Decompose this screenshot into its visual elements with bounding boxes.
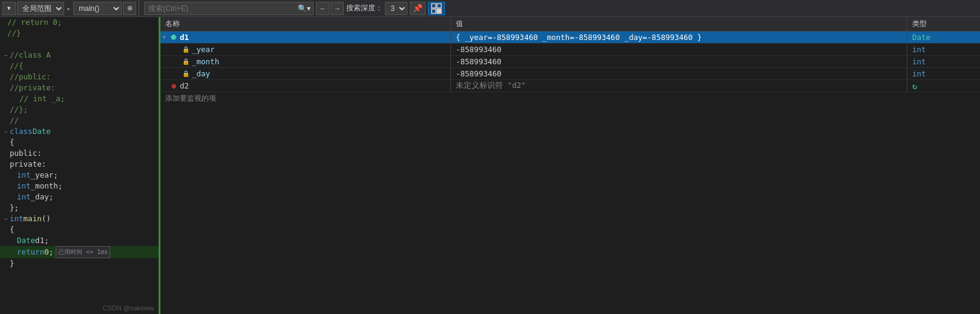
code-keyword: int [17,170,31,181]
code-content: // return 0; //} − //class A //{ //publi… [0,17,159,269]
watch-grid-icon [431,3,442,14]
code-line: public: [0,148,159,159]
code-text: // return 0; [7,17,62,28]
watch-cell-type-d1: Date [907,32,980,43]
search-btn[interactable]: 🔍▾ [295,4,313,13]
code-keyword: int [10,213,24,224]
watch-col-value-header: 值 [451,17,907,31]
code-line: private: [0,159,159,170]
watch-name-day: _day [192,69,210,78]
code-line: Date d1; [0,235,159,246]
svg-rect-0 [432,4,436,8]
code-line [0,39,159,50]
svg-rect-3 [437,9,441,13]
watch-cell-value-d1: { _year=-858993460 _month=-858993460 _da… [451,32,907,43]
search-input[interactable] [145,4,295,13]
nav-next-btn[interactable]: → [331,2,344,15]
code-text: //{ [10,61,24,72]
scope-dropdown-btn[interactable]: ▾ [2,2,16,15]
code-text: }; [10,202,19,213]
code-line: } [0,258,159,269]
code-line: − //class A [0,50,159,61]
fold-icon[interactable]: − [2,215,10,222]
code-line: // return 0; [0,17,159,28]
code-text: // int _a; [19,93,65,104]
watch-body: ▼ ⬟ d1 { _year=-858993460 _month=-858993… [160,32,980,314]
code-text: //private: [10,82,55,93]
code-text: _year; [31,170,58,181]
toolbar-right: 🔍▾ ← → 搜索深度： 3 📌 [139,2,980,15]
watch-row-d2[interactable]: ▶ ⊗ d2 未定义标识符 "d2" ↻ [160,80,980,92]
watch-cell-value-year: -858993460 [451,44,907,55]
watch-header: 名称 值 类型 [160,17,980,32]
code-panel: // return 0; //} − //class A //{ //publi… [0,17,160,314]
watch-name-d1: d1 [180,33,189,42]
pin-btn[interactable]: 📌 [410,2,426,15]
obj-icon-d1: ⬟ [169,33,179,42]
code-keyword: return [17,247,44,258]
fold-icon[interactable]: − [2,128,10,135]
fold-icon[interactable]: − [2,52,10,59]
watch-name-d2: d2 [180,81,189,90]
watch-row-year[interactable]: ▶ 🔒 _year -858993460 int [160,44,980,56]
code-keyword: int [17,192,31,202]
watch-cell-type-day: int [907,68,980,79]
watch-name-month: _month [192,57,219,66]
watch-row-d1[interactable]: ▼ ⬟ d1 { _year=-858993460 _month=-858993… [160,32,980,44]
watch-cell-name-year: ▶ 🔒 _year [160,44,451,55]
func-select[interactable]: main() [73,2,122,15]
extra-btn[interactable]: ⊕ [123,2,136,15]
code-text: //}; [10,104,28,115]
watch-cell-value-month: -858993460 [451,56,907,67]
watermark: CSDN @sakeww [102,304,154,312]
field-icon-year: 🔒 [181,45,191,55]
watch-cell-name-d1: ▼ ⬟ d1 [160,32,451,43]
code-line: // int _a; [0,93,159,104]
watch-row-month[interactable]: ▶ 🔒 _month -858993460 int [160,56,980,68]
code-line: int _year; [0,170,159,181]
main-area: // return 0; //} − //class A //{ //publi… [0,17,980,314]
svg-rect-1 [437,4,441,8]
code-line: { [0,137,159,148]
code-text: Date [17,235,35,246]
code-line: // [0,115,159,126]
depth-select[interactable]: 3 [385,2,407,15]
watch-icon-btn[interactable] [428,2,445,15]
expand-icon-d1[interactable]: ▼ [163,35,169,40]
expand-icon-day: ▶ [175,71,181,76]
nav-prev-btn[interactable]: ← [316,2,329,15]
code-class-name: Date [33,126,51,137]
code-line: //}; [0,104,159,115]
code-line: //{ [0,61,159,72]
code-line: int _day; [0,192,159,202]
watch-cell-value-d2: 未定义标识符 "d2" [451,80,907,92]
code-text: public: [10,148,42,159]
code-line: //private: [0,82,159,93]
watch-col-name-header: 名称 [160,17,451,31]
code-line: { [0,224,159,235]
field-icon-day: 🔒 [181,69,191,79]
watch-cell-name-day: ▶ 🔒 _day [160,68,451,79]
code-text: () [42,213,51,224]
code-text: d1; [35,235,49,246]
code-keyword: class [10,126,33,137]
code-text: { [10,137,15,148]
time-badge: 已用时间 <= 1ms [56,246,110,258]
watch-panel: 名称 值 类型 ▼ ⬟ d1 { _year=-858993460 _month… [160,17,980,314]
refresh-icon-d2[interactable]: ↻ [912,81,917,91]
code-keyword: int [17,181,31,192]
scope-select[interactable]: 全局范围 [17,2,64,15]
watch-row-day[interactable]: ▶ 🔒 _day -858993460 int [160,68,980,80]
watch-col-type-header: 类型 [907,17,980,31]
expand-icon-d2: ▶ [163,83,169,89]
code-line: int _month; [0,181,159,192]
code-line: //public: [0,72,159,82]
error-icon-d2: ⊗ [169,81,179,91]
watch-cell-value-day: -858993460 [451,68,907,79]
watch-cell-type-d2: ↻ [907,80,980,92]
nav-arrows: ← → [316,2,344,15]
code-line: − class Date [0,126,159,137]
add-watch-row[interactable]: 添加要监视的项 [160,92,980,104]
watch-cell-type-year: int [907,44,980,55]
code-text: //public: [10,72,51,82]
